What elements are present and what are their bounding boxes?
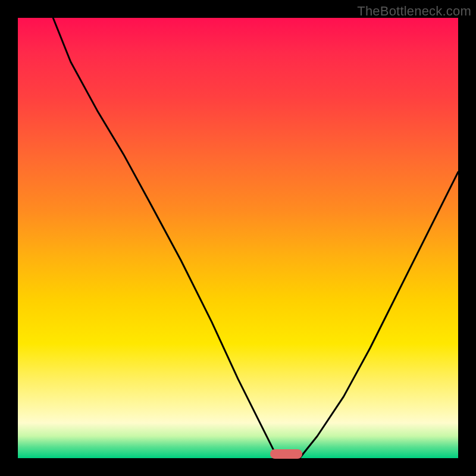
bottleneck-curve — [18, 18, 458, 458]
curve-path — [53, 18, 458, 458]
chart-frame: TheBottleneck.com — [0, 0, 476, 476]
plot-area — [18, 18, 458, 458]
min-marker-pill — [270, 449, 302, 459]
watermark-text: TheBottleneck.com — [357, 4, 471, 19]
